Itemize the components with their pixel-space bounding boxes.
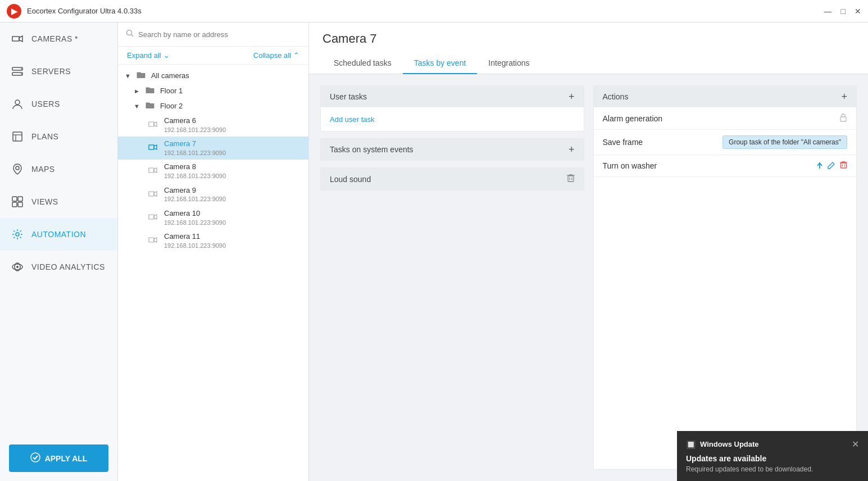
expand-icon-floor1: ► bbox=[134, 88, 140, 94]
sidebar-item-cameras[interactable]: CAMERAS * bbox=[0, 22, 117, 55]
main-content: Camera 7 Scheduled tasks Tasks by event … bbox=[309, 22, 868, 481]
svg-marker-26 bbox=[149, 168, 154, 173]
camera-panel: Expand all ⌄ Collapse all ⌃ ▼ All camera… bbox=[118, 22, 309, 481]
tree-item-camera8[interactable]: Camera 8 192.168.101.223:9090 bbox=[118, 160, 308, 183]
camera9-icon bbox=[148, 190, 157, 199]
tab-scheduled-tasks[interactable]: Scheduled tasks bbox=[322, 53, 403, 74]
svg-rect-40 bbox=[841, 163, 847, 168]
svg-marker-28 bbox=[149, 192, 154, 196]
left-nav: CAMERAS * SERVERS USERS bbox=[0, 22, 118, 481]
camera7-icon bbox=[148, 144, 157, 152]
washer-move-up-button[interactable] bbox=[816, 161, 823, 171]
event-item-label: Loud sound bbox=[330, 175, 371, 184]
camera6-icon bbox=[148, 121, 157, 129]
camera8-icon bbox=[148, 167, 157, 175]
plans-icon bbox=[11, 130, 24, 143]
washer-edit-button[interactable] bbox=[828, 161, 835, 171]
camera10-addr: 192.168.101.223:9090 bbox=[164, 219, 226, 226]
search-input[interactable] bbox=[138, 30, 301, 39]
actions-panel: Actions + Alarm generation bbox=[593, 85, 857, 470]
toast-header: 🔲 Windows Update ✕ bbox=[686, 439, 859, 450]
svg-point-20 bbox=[127, 30, 132, 35]
close-button[interactable]: ✕ bbox=[855, 7, 861, 16]
collapse-all-button[interactable]: Collapse all ⌃ bbox=[253, 51, 299, 60]
camera11-icon bbox=[148, 237, 157, 245]
sidebar-item-users[interactable]: USERS bbox=[0, 88, 117, 120]
floor2-label: Floor 2 bbox=[160, 102, 183, 110]
camera7-name: Camera 7 bbox=[164, 139, 226, 149]
sidebar-item-views[interactable]: VIEWS bbox=[0, 185, 117, 218]
system-events-add-button[interactable]: + bbox=[569, 144, 575, 155]
toast-body-title: Updates are available bbox=[686, 454, 859, 463]
svg-rect-13 bbox=[12, 202, 17, 207]
tasks-column: User tasks + Add user task Tasks on syst… bbox=[320, 85, 584, 470]
camera6-addr: 192.168.101.223:9090 bbox=[164, 126, 226, 134]
camera11-addr: 192.168.101.223:9090 bbox=[164, 242, 226, 249]
sidebar-item-plans[interactable]: PLANS bbox=[0, 120, 117, 153]
toast-close-button[interactable]: ✕ bbox=[852, 439, 859, 450]
tree-item-all-cameras[interactable]: ▼ All cameras bbox=[118, 68, 308, 83]
sidebar-item-automation[interactable]: AUTOMATION bbox=[0, 218, 117, 251]
action-row-turn-on-washer: Turn on washer bbox=[594, 155, 857, 177]
sidebar-item-servers[interactable]: SERVERS bbox=[0, 55, 117, 88]
svg-rect-7 bbox=[13, 132, 22, 141]
svg-rect-11 bbox=[12, 197, 17, 201]
search-icon bbox=[126, 29, 134, 39]
servers-icon bbox=[11, 65, 24, 78]
action-row-save-frame: Save frame Group task of the folder "All… bbox=[594, 130, 857, 155]
minimize-button[interactable]: — bbox=[824, 7, 832, 16]
user-tasks-title: User tasks bbox=[330, 92, 367, 101]
page-title: Camera 7 bbox=[322, 31, 855, 46]
svg-marker-33 bbox=[154, 238, 157, 242]
maximize-button[interactable]: □ bbox=[841, 7, 846, 16]
camera8-addr: 192.168.101.223:9090 bbox=[164, 172, 226, 180]
folder-icon-floor2 bbox=[146, 101, 154, 111]
tree-item-camera11[interactable]: Camera 11 192.168.101.223:9090 bbox=[118, 229, 308, 252]
sidebar-item-video-analytics[interactable]: VIDEO ANALYTICS bbox=[0, 251, 117, 283]
loud-sound-item[interactable]: Loud sound bbox=[320, 167, 584, 190]
main-body: User tasks + Add user task Tasks on syst… bbox=[309, 74, 868, 481]
apply-all-label: APPLY ALL bbox=[45, 454, 88, 463]
add-user-task-link[interactable]: Add user task bbox=[330, 115, 375, 124]
system-events-panel: Tasks on system events + bbox=[320, 138, 584, 161]
svg-line-21 bbox=[131, 35, 134, 37]
app-body: CAMERAS * SERVERS USERS bbox=[0, 22, 868, 481]
tree-item-camera6[interactable]: Camera 6 192.168.101.223:9090 bbox=[118, 114, 308, 137]
action-row-alarm: Alarm generation bbox=[594, 107, 857, 130]
washer-delete-button[interactable] bbox=[840, 161, 847, 171]
camera11-name: Camera 11 bbox=[164, 232, 226, 242]
svg-marker-30 bbox=[149, 215, 154, 219]
tab-tasks-by-event[interactable]: Tasks by event bbox=[403, 53, 478, 74]
actions-add-button[interactable]: + bbox=[841, 92, 847, 102]
svg-point-6 bbox=[15, 100, 20, 105]
all-cameras-label: All cameras bbox=[151, 71, 189, 80]
svg-rect-34 bbox=[568, 176, 574, 181]
tree-item-floor2[interactable]: ▼ Floor 2 bbox=[118, 98, 308, 114]
users-label: USERS bbox=[31, 99, 60, 108]
event-delete-button[interactable] bbox=[567, 174, 575, 184]
actions-panel-body: Alarm generation bbox=[594, 107, 857, 177]
toast-title: 🔲 Windows Update bbox=[686, 440, 759, 449]
tab-integrations[interactable]: Integrations bbox=[477, 53, 540, 74]
user-tasks-add-button[interactable]: + bbox=[569, 92, 575, 102]
views-label: VIEWS bbox=[31, 197, 58, 206]
expand-icon-floor2: ▼ bbox=[134, 103, 140, 110]
camera10-icon bbox=[148, 214, 157, 222]
expand-all-button[interactable]: Expand all ⌄ bbox=[127, 51, 170, 60]
svg-rect-12 bbox=[18, 197, 22, 201]
expand-icon: ▼ bbox=[125, 72, 131, 79]
tree-item-floor1[interactable]: ► Floor 1 bbox=[118, 83, 308, 98]
save-frame-tooltip: Group task of the folder "All cameras" bbox=[722, 135, 847, 149]
apply-all-button[interactable]: APPLY ALL bbox=[9, 444, 108, 472]
svg-point-18 bbox=[16, 266, 19, 268]
sidebar-item-maps[interactable]: MAPS bbox=[0, 153, 117, 185]
tree-item-camera10[interactable]: Camera 10 192.168.101.223:9090 bbox=[118, 206, 308, 229]
tree-item-camera9[interactable]: Camera 9 192.168.101.223:9090 bbox=[118, 183, 308, 206]
actions-panel-header: Actions + bbox=[594, 86, 857, 107]
svg-marker-0 bbox=[12, 37, 19, 41]
event-item-loud-sound[interactable]: Loud sound bbox=[321, 168, 584, 190]
user-tasks-body: Add user task bbox=[321, 107, 584, 131]
tree-item-camera7[interactable]: Camera 7 192.168.101.223:9090 bbox=[118, 137, 308, 160]
titlebar: ▶ Eocortex Configurator Ultra 4.0.33s — … bbox=[0, 0, 868, 22]
apply-all-icon bbox=[30, 452, 40, 464]
